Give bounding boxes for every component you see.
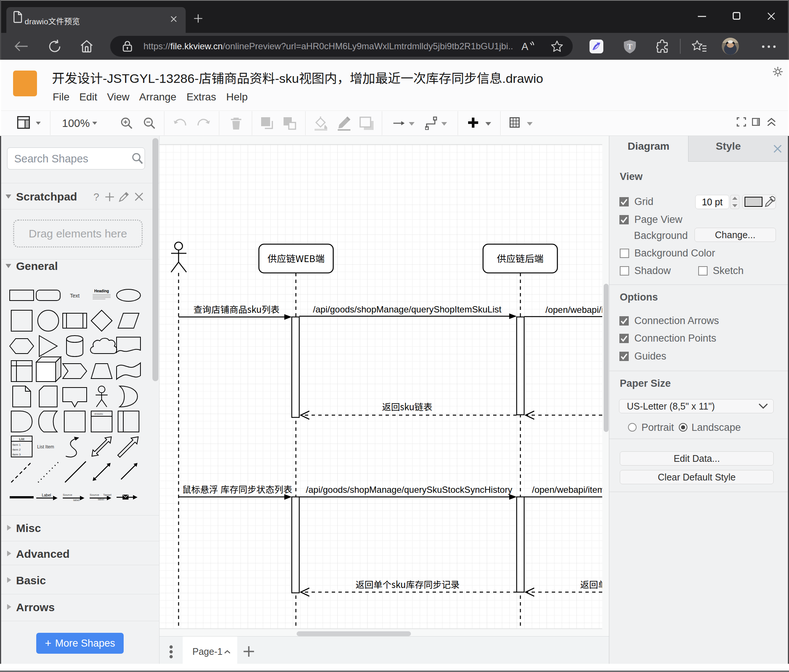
svg-text:供应链WEB端: 供应链WEB端 xyxy=(267,251,325,265)
svg-text:Source: Source xyxy=(63,493,72,497)
svg-text:List Item: List Item xyxy=(37,444,54,449)
svg-text:Heading: Heading xyxy=(94,289,109,293)
svg-text:返回sku链表: 返回sku链表 xyxy=(382,400,433,413)
svg-text:Item 2: Item 2 xyxy=(12,448,21,451)
svg-text:返回单个sku库存同步记录: 返回单个sku库存同步记录 xyxy=(356,578,460,591)
svg-text:label: label xyxy=(73,498,80,502)
svg-text:T: T xyxy=(627,43,632,51)
svg-text:/open/webapi/item: /open/webapi/item xyxy=(532,484,602,495)
svg-text:/open/webapi/item: /open/webapi/item xyxy=(545,305,602,315)
svg-text:Label: Label xyxy=(42,493,51,497)
svg-text:鼠标悬浮 库存同步状态列表: 鼠标悬浮 库存同步状态列表 xyxy=(182,483,292,495)
svg-text:Text: Text xyxy=(70,293,80,299)
svg-text:返回单个: 返回单个 xyxy=(580,578,602,591)
svg-text:label: label xyxy=(98,498,104,501)
svg-text:Item 3: Item 3 xyxy=(12,453,21,456)
svg-text:查询店铺商品sku列表: 查询店铺商品sku列表 xyxy=(193,303,280,315)
svg-text:/api/goods/shopManage/querySho: /api/goods/shopManage/queryShopItemSkuLi… xyxy=(313,304,502,314)
svg-text:A: A xyxy=(522,41,528,52)
svg-text:drawio: drawio xyxy=(94,412,103,416)
svg-text:Source: Source xyxy=(89,493,99,497)
svg-text:Target: Target xyxy=(103,493,112,497)
svg-text:/api/goods/shopManage/querySku: /api/goods/shopManage/querySkuStockSyncH… xyxy=(306,484,512,495)
svg-text:List: List xyxy=(19,437,25,441)
svg-text:供应链后端: 供应链后端 xyxy=(497,251,543,265)
svg-text:Item 1: Item 1 xyxy=(12,443,21,446)
